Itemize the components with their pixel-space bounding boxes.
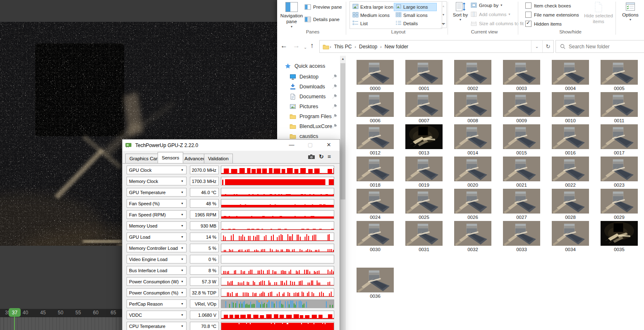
file-item[interactable]: 0002	[450, 60, 496, 91]
refresh-icon[interactable]: ↻	[542, 40, 553, 52]
file-item[interactable]: 0027	[499, 189, 544, 220]
preview-pane-button[interactable]: Preview pane	[304, 4, 342, 10]
hidden-items-checkbox[interactable]: Hidden items	[525, 21, 562, 27]
sensor-name-dropdown[interactable]: VDDC▼	[127, 311, 187, 319]
layout-option-list[interactable]: List	[351, 19, 394, 28]
minimize-button[interactable]: —	[287, 141, 296, 149]
file-item[interactable]: 0023	[596, 157, 642, 188]
tab-validation[interactable]: Validation	[204, 154, 233, 163]
gallery-up-icon[interactable]: ▲	[441, 2, 446, 10]
file-item[interactable]: 0028	[548, 189, 593, 220]
breadcrumb-item[interactable]: This PC	[332, 44, 354, 50]
file-item[interactable]: 0006	[352, 92, 398, 123]
file-item[interactable]: 0008	[450, 92, 496, 123]
breadcrumb-chevron-icon[interactable]: ›	[380, 44, 382, 49]
sensor-name-dropdown[interactable]: Power Consumption (W)▼	[127, 277, 187, 286]
menu-hamburger-icon[interactable]: ≡	[328, 153, 331, 160]
file-item[interactable]: 0011	[596, 92, 642, 123]
close-button[interactable]: ✕	[324, 141, 333, 149]
tab-sensors[interactable]: Sensors	[158, 152, 183, 163]
file-item[interactable]: 0017	[596, 124, 642, 155]
layout-option-large-icons[interactable]: Large icons	[394, 3, 437, 11]
ribbon-separator	[448, 2, 448, 35]
options-icon	[625, 1, 636, 12]
file-item[interactable]: 0036	[352, 268, 398, 299]
playhead-badge[interactable]: 37	[9, 308, 21, 317]
back-button[interactable]: ←	[280, 42, 287, 50]
layout-option-extra-large-icons[interactable]: Extra large icons	[351, 3, 394, 11]
up-button[interactable]: ↑	[310, 42, 314, 50]
sensor-name-dropdown[interactable]: PerfCap Reason▼	[127, 299, 187, 308]
item-check-boxes-checkbox[interactable]: Item check boxes	[525, 2, 571, 9]
file-item[interactable]: 0029	[596, 189, 642, 220]
file-label: 0023	[596, 183, 642, 188]
file-item[interactable]: 0007	[401, 92, 447, 123]
file-item[interactable]: 0030	[352, 221, 398, 252]
options-button[interactable]: Options ▾	[620, 1, 641, 22]
file-item[interactable]: 0000	[352, 60, 398, 91]
sort-by-button[interactable]: Sort by ▾	[451, 1, 470, 22]
layout-gallery-scroll: ▲ ▼ ▬▼	[441, 1, 447, 28]
breadcrumb-item[interactable]: Desktop	[357, 44, 380, 50]
file-item[interactable]: 0035	[596, 221, 642, 252]
sensor-name-dropdown[interactable]: Memory Controller Load▼	[127, 244, 187, 252]
layout-option-medium-icons[interactable]: Medium icons	[351, 11, 394, 19]
file-item[interactable]: 0005	[596, 60, 642, 91]
sensor-name-dropdown[interactable]: Fan Speed (%)▼	[127, 199, 187, 208]
sensor-name-dropdown[interactable]: GPU Clock▼	[127, 166, 187, 174]
breadcrumb-item[interactable]: New folder	[382, 44, 411, 50]
file-item[interactable]: 0001	[401, 60, 447, 91]
file-item[interactable]: 0012	[352, 124, 398, 155]
layout-option-details[interactable]: Details	[394, 19, 437, 28]
sensor-name-dropdown[interactable]: Fan Speed (RPM)▼	[127, 210, 187, 219]
file-item[interactable]: 0014	[450, 124, 496, 155]
details-pane-button[interactable]: Details pane	[304, 17, 340, 22]
file-item[interactable]: 0016	[548, 124, 593, 155]
gpuz-title: TechPowerUp GPU-Z 2.22.0	[135, 142, 198, 148]
address-bar[interactable]: › This PC›Desktop›New folder ⌄ ↻	[319, 40, 554, 53]
file-thumbnail	[503, 189, 540, 214]
file-item[interactable]: 0019	[401, 157, 447, 188]
search-input[interactable]: Search New folder	[555, 40, 644, 53]
file-item[interactable]: 0020	[450, 157, 496, 188]
file-item[interactable]: 0010	[548, 92, 593, 123]
file-item[interactable]: 0015	[499, 124, 544, 155]
group-by-button[interactable]: Group by ▾	[471, 2, 502, 8]
sensor-name-dropdown[interactable]: Memory Clock▼	[127, 177, 187, 185]
file-item[interactable]: 0026	[450, 189, 496, 220]
sensor-name-dropdown[interactable]: Video Engine Load▼	[127, 255, 187, 264]
file-item[interactable]: 0033	[499, 221, 544, 252]
file-thumbnail	[601, 221, 638, 246]
sensor-name-dropdown[interactable]: CPU Temperature▼	[127, 322, 187, 330]
gpuz-titlebar[interactable]: TechPowerUp GPU-Z 2.22.0 — ▢ ✕	[122, 140, 340, 151]
recent-locations-chevron-icon[interactable]: ⌄	[304, 43, 307, 52]
sensor-name-dropdown[interactable]: Bus Interface Load▼	[127, 266, 187, 275]
file-item[interactable]: 0022	[548, 157, 593, 188]
sensor-name-dropdown[interactable]: Power Consumption (%)▼	[127, 288, 187, 297]
file-item[interactable]: 0034	[548, 221, 593, 252]
file-item[interactable]: 0024	[352, 189, 398, 220]
layout-option-small-icons[interactable]: Small icons	[394, 11, 437, 19]
file-item[interactable]: 0013	[401, 124, 447, 155]
sensor-name-dropdown[interactable]: GPU Temperature▼	[127, 188, 187, 197]
navigation-pane-button[interactable]: Navigation pane ▾	[280, 1, 304, 29]
file-item[interactable]: 0004	[548, 60, 593, 91]
address-dropdown-chevron-icon[interactable]: ⌄	[531, 40, 542, 52]
file-item[interactable]: 0018	[352, 157, 398, 188]
file-item[interactable]: 0009	[499, 92, 544, 123]
forward-button[interactable]: →	[293, 42, 300, 50]
file-item[interactable]: 0025	[401, 189, 447, 220]
file-name-extensions-checkbox[interactable]: File name extensions	[525, 12, 579, 18]
refresh-sensors-icon[interactable]: ↻	[319, 153, 324, 160]
file-item[interactable]: 0031	[401, 221, 447, 252]
gallery-down-icon[interactable]: ▼	[441, 10, 446, 19]
file-item[interactable]: 0032	[450, 221, 496, 252]
file-item[interactable]: 0003	[499, 60, 544, 91]
sensor-name-dropdown[interactable]: Memory Used▼	[127, 221, 187, 230]
gallery-more-icon[interactable]: ▬▼	[441, 19, 446, 28]
sensor-name-dropdown[interactable]: GPU Load▼	[127, 233, 187, 241]
sensor-graph	[221, 221, 334, 230]
screenshot-camera-icon[interactable]	[308, 154, 315, 159]
sensor-row: CPU Temperature▼70.8 °C	[122, 322, 340, 330]
file-item[interactable]: 0021	[499, 157, 544, 188]
